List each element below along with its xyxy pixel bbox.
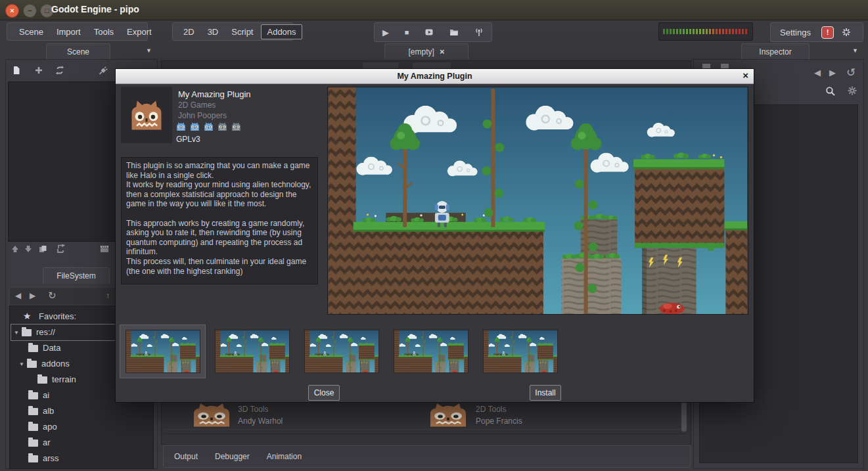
instance-scene-icon[interactable] [55,66,64,75]
meter-bar [663,29,747,34]
play-custom-scene-button[interactable] [449,28,459,37]
new-node-icon[interactable] [12,66,21,75]
hidden-tab-stub [413,62,451,68]
os-titlebar: × − □ Godot Engine - pipo [0,0,868,20]
dialog-close-icon[interactable]: × [742,70,748,81]
workspace-3d[interactable]: 3D [201,24,225,40]
tree-item-alb[interactable]: alb [10,403,150,419]
workspace-2d[interactable]: 2D [177,24,201,40]
duplicate-node-icon[interactable] [38,244,47,254]
hidden-tab-stub [363,62,399,68]
asset-item-title[interactable]: 2D Tools [476,405,506,414]
tab-scene-dock[interactable]: Scene [46,43,110,59]
update-spinner-icon [842,28,851,37]
move-up-icon[interactable] [11,244,20,254]
play-scene-button[interactable] [424,28,434,37]
tab-script-empty[interactable]: [empty] × [384,43,468,59]
fs-favorite-up-icon[interactable]: ↑ [106,290,110,300]
tree-item-label: Data [43,343,60,353]
playback-toolbar: ▶ ■ [374,22,492,42]
screenshot-thumbnail-4[interactable] [394,330,468,373]
tab-inspector[interactable]: Inspector [741,43,810,59]
plugin-author: John Poopers [178,111,227,120]
inspector-forward-icon[interactable]: ▶ [829,68,836,78]
tab-scene-label: Scene [67,47,89,56]
tree-item-apo[interactable]: apo [10,419,150,435]
fs-back-icon[interactable]: ◀ [15,291,21,300]
workspace-switcher: 2D 3D Script Addons [172,22,294,41]
tab-close-icon[interactable]: × [440,47,445,56]
workspace-addons[interactable]: Addons [261,24,302,39]
tree-item-label: ai [43,390,49,400]
add-node-icon[interactable] [34,66,43,75]
multi-node-edit-icon[interactable] [100,244,109,254]
folder-icon [37,376,47,384]
assetlib-scrollbar[interactable] [681,401,687,432]
alert-icon[interactable]: ! [821,26,834,39]
plugin-category: 2D Games [178,101,216,110]
plugin-description[interactable]: This plugin is so amazing that you can m… [121,157,318,284]
settings-button[interactable]: Settings [771,24,817,41]
menu-export[interactable]: Export [120,24,158,40]
expand-arrow-icon[interactable]: ▼ [19,361,24,367]
screenshot-thumbnail-2[interactable] [215,330,290,373]
main-menu-bar: Scene Import Tools Export [7,22,148,41]
close-button[interactable]: Close [308,385,340,401]
dialog-titlebar[interactable]: My Amazing Plugin × [116,69,754,84]
inspector-history-icon[interactable]: ↺ [846,66,856,79]
stop-button[interactable]: ■ [405,28,409,36]
bottom-tab-debugger[interactable]: Debugger [215,452,250,461]
inspector-back-icon[interactable]: ◀ [814,68,821,78]
asset-list-border [166,434,686,434]
connect-signal-icon[interactable] [99,66,108,75]
bottom-tab-output[interactable]: Output [174,452,198,461]
rating-icon-filled [189,122,200,131]
tree-item-ar[interactable]: ar [10,435,150,451]
bottom-tab-animation[interactable]: Animation [267,452,302,461]
inspector-tools-gear-icon[interactable] [848,86,857,95]
rating-icon-filled [175,122,187,131]
inspector-search-icon[interactable] [825,86,835,96]
settings-group: Settings ! [770,22,863,42]
folder-icon [28,424,38,431]
filesystem-toolbar: ◀ ▶ ↻ ↑ [9,287,122,305]
star-icon: ★ [23,311,32,321]
plugin-icon-box [121,87,172,143]
deploy-remote-debug-button[interactable] [474,28,484,37]
window-minimize-button[interactable]: − [23,4,37,18]
tree-item-label: ar [43,437,51,447]
folder-icon [28,455,38,462]
play-button[interactable]: ▶ [382,28,389,37]
inspector-tab-label: Inspector [759,47,791,56]
tree-item-arss[interactable]: arss [10,451,150,466]
move-down-icon[interactable] [24,244,33,254]
window-close-button[interactable]: × [5,4,19,18]
scene-dock-menu-arrow[interactable]: ▼ [146,47,152,54]
rating-icon-filled [203,122,214,131]
fs-forward-icon[interactable]: ▶ [30,291,35,300]
plugin-rating [175,122,244,131]
folder-icon [28,345,38,352]
screenshot-thumbnail-1[interactable] [126,330,200,373]
install-button[interactable]: Install [530,385,561,401]
tab-filesystem[interactable]: FileSystem [43,267,110,284]
rating-icon-empty [217,122,228,131]
asset-item-title[interactable]: 3D Tools [238,405,268,414]
tree-item-label: arss [43,453,59,463]
screenshot-thumbnail-3[interactable] [304,330,379,373]
reparent-node-icon[interactable] [56,244,65,254]
inspector-menu-arrow[interactable]: ▼ [852,47,858,54]
menu-tools[interactable]: Tools [87,24,120,40]
tree-item-label: Favorites: [39,311,76,321]
expand-arrow-icon[interactable]: ▼ [14,330,19,336]
tree-item-label: apo [43,422,57,432]
plugin-godot-icon [127,98,166,132]
folder-icon [28,392,38,399]
menu-import[interactable]: Import [50,24,87,40]
workspace-script[interactable]: Script [225,24,260,40]
screenshot-thumbnail-5[interactable] [483,330,558,373]
fs-refresh-icon[interactable]: ↻ [48,290,57,302]
audio-performance-meter [658,22,753,41]
menu-scene[interactable]: Scene [12,24,50,40]
folder-icon [22,329,32,336]
